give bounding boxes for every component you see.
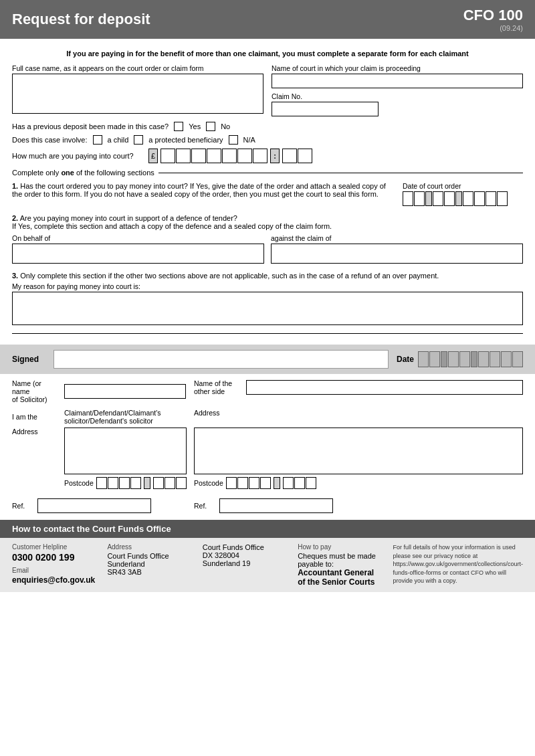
amount-cell-2[interactable] [176, 149, 191, 163]
section-2-fields: On behalf of against the claim of [12, 234, 523, 264]
previous-deposit-label: Has a previous deposit been made in this… [12, 122, 169, 130]
date-cell-y4[interactable] [497, 191, 508, 206]
section-3-text: 3. Only complete this section if the oth… [12, 272, 523, 280]
address-input[interactable] [64, 428, 187, 474]
footer: How to contact the Court Funds Office Cu… [0, 520, 535, 592]
signed-date-y4[interactable] [512, 351, 523, 367]
amount-cell-7[interactable] [253, 149, 268, 163]
section-2-text: 2. Are you paying money into court in su… [12, 214, 523, 230]
date-cell-y2[interactable] [474, 191, 485, 206]
signed-date-y2[interactable] [490, 351, 500, 367]
pco1[interactable] [226, 477, 237, 489]
date-cell-y1[interactable] [463, 191, 473, 206]
signed-date-m2[interactable] [459, 351, 470, 367]
footer-body: Customer Helpline 0300 0200 199 Email en… [0, 538, 535, 592]
pound-sign: £ [148, 149, 158, 163]
signed-date-d2[interactable] [429, 351, 440, 367]
pc1[interactable] [96, 477, 107, 489]
bottom-info: Name (or name of Solicitor) Name of the … [0, 379, 535, 513]
pco7[interactable] [306, 477, 316, 489]
pc4[interactable] [130, 477, 141, 489]
postcode-row: Postcode [64, 477, 187, 489]
child-checkbox[interactable] [93, 135, 102, 145]
pco4[interactable] [260, 477, 271, 489]
pc3[interactable] [119, 477, 130, 489]
court-name-input[interactable] [272, 74, 523, 88]
payable-to: Accountant General of the Senior Courts [298, 568, 382, 587]
name-other-side-label: Name of the other side [194, 379, 241, 395]
ref-label: Ref. [12, 502, 32, 510]
pc6[interactable] [165, 477, 175, 489]
yes-label: Yes [189, 122, 201, 130]
section-3-body: Only complete this section if the other … [20, 272, 439, 280]
amount-cell-4[interactable] [207, 149, 221, 163]
postcode-other-cells-2 [283, 477, 316, 489]
pco6[interactable] [294, 477, 305, 489]
date-cell-d2[interactable] [414, 191, 425, 206]
amount-cell-1[interactable] [160, 149, 175, 163]
footer-how-to-pay-col: How to pay Cheques must be made payable … [298, 543, 382, 587]
address-label: Address [12, 428, 59, 436]
pco2[interactable] [237, 477, 248, 489]
protected-beneficiary-checkbox[interactable] [134, 135, 143, 145]
my-reason-label: My reason for paying money into court is… [12, 282, 523, 290]
date-cell-d1[interactable] [403, 191, 413, 206]
pc7[interactable] [176, 477, 187, 489]
signed-date-y1[interactable] [478, 351, 489, 367]
privacy-text: For full details of how your information… [393, 543, 523, 585]
name-input[interactable] [64, 384, 186, 399]
signed-date-sep1 [441, 351, 447, 367]
signed-date-y3[interactable] [501, 351, 512, 367]
signed-input[interactable] [54, 350, 389, 369]
address-left-col: Address Postcode [12, 428, 186, 489]
dx-label: Court Funds Office [203, 543, 287, 551]
amount-cell-3[interactable] [191, 149, 206, 163]
main-content: If you are paying in for the benefit of … [0, 39, 535, 345]
ref-input[interactable] [37, 498, 151, 513]
pc5[interactable] [153, 477, 164, 489]
no-checkbox[interactable] [206, 122, 215, 131]
address-row: Address Postcode [12, 428, 523, 489]
a-child-label: a child [108, 136, 129, 144]
signed-date-sep2 [471, 351, 477, 367]
footer-privacy-col: For full details of how your information… [393, 543, 523, 587]
amount-cell-5[interactable] [222, 149, 237, 163]
date-cell-m1[interactable] [433, 191, 443, 206]
yes-checkbox[interactable] [174, 122, 183, 131]
footer-helpline-col: Customer Helpline 0300 0200 199 Email en… [12, 543, 96, 587]
complete-one-bold: one [61, 169, 74, 177]
signed-label: Signed [12, 355, 45, 364]
address-other-input[interactable] [194, 428, 523, 474]
pence-cell-1[interactable] [282, 149, 297, 163]
date-cells [403, 191, 523, 206]
pc2[interactable] [108, 477, 118, 489]
pco3[interactable] [249, 477, 259, 489]
on-behalf-of-label: On behalf of [12, 234, 264, 242]
date-cell-m2[interactable] [444, 191, 455, 206]
date-of-court-order-label: Date of court order [403, 182, 523, 190]
against-claim-of-input[interactable] [271, 244, 523, 264]
address-line2: Sunderland [107, 560, 191, 568]
on-behalf-of-input[interactable] [12, 244, 264, 264]
claim-no-input[interactable] [272, 102, 379, 116]
form-code: CFO 100 [463, 7, 523, 24]
signed-date-m1[interactable] [448, 351, 459, 367]
date-cell-y3[interactable] [486, 191, 496, 206]
pco5[interactable] [283, 477, 294, 489]
name-other-side-input[interactable] [246, 380, 523, 395]
i-am-the-row: I am the Claimant/Defendant/Claimant's s… [12, 409, 523, 425]
pco-sep [274, 477, 280, 489]
page-title: Request for deposit [12, 11, 150, 28]
section-2: 2. Are you paying money into court in su… [12, 214, 523, 264]
na-checkbox[interactable] [229, 135, 238, 145]
email-value: enquiries@cfo.gov.uk [12, 575, 96, 585]
my-reason-input[interactable] [12, 292, 523, 325]
full-case-name-input[interactable] [12, 74, 263, 114]
i-am-the-label: I am the [12, 413, 59, 421]
pence-cell-2[interactable] [298, 149, 312, 163]
section-2-body: Are you paying money into court in suppo… [12, 214, 332, 230]
amount-cell-6[interactable] [237, 149, 252, 163]
signed-date-d1[interactable] [418, 351, 429, 367]
customer-helpline-number: 0300 0200 199 [12, 552, 96, 563]
ref-other-input[interactable] [219, 498, 333, 513]
